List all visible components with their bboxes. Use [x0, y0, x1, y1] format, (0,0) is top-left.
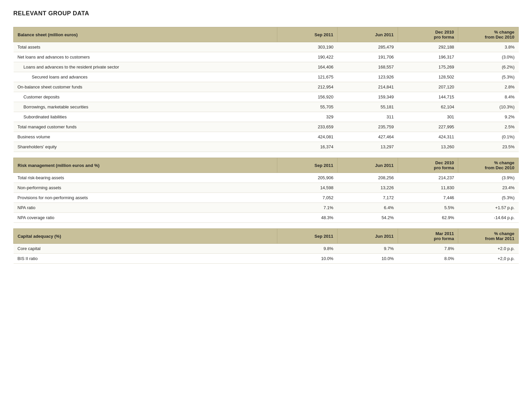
row-change: 8.4%	[458, 92, 519, 102]
row-label: Subordinated liabilities	[14, 112, 277, 122]
row-label: Business volume	[14, 132, 277, 142]
row-jun2011: 13,297	[337, 142, 398, 152]
col-header-label: Balance sheet (million euros)	[14, 27, 277, 42]
table-row: Shareholders' equity 16,374 13,297 13,26…	[14, 142, 519, 152]
row-sep2011: 7.1%	[277, 203, 337, 213]
row-change: 2.8%	[458, 82, 519, 92]
row-label: Total assets	[14, 42, 277, 52]
row-jun2011: 285,479	[337, 42, 398, 52]
row-col3: 292,188	[398, 42, 458, 52]
row-change: 9.2%	[458, 112, 519, 122]
row-sep2011: 156,920	[277, 92, 337, 102]
row-label: Borrowings, marketable securities	[14, 102, 277, 112]
row-change: +1.57 p.p.	[458, 203, 519, 213]
table-row: Secured loans and advances 121,675 123,9…	[14, 72, 519, 82]
row-col3: 13,260	[398, 142, 458, 152]
row-jun2011: 311	[337, 112, 398, 122]
table-row: Business volume 424,081 427,464 424,311 …	[14, 132, 519, 142]
table-row: Provisions for non-performing assets 7,0…	[14, 193, 519, 203]
row-col3: 424,311	[398, 132, 458, 142]
row-label: Customer deposits	[14, 92, 277, 102]
row-jun2011: 168,557	[337, 62, 398, 72]
col-header-sep2011: Sep 2011	[277, 158, 337, 173]
row-jun2011: 235,759	[337, 122, 398, 132]
row-label: On-balance sheet customer funds	[14, 82, 277, 92]
row-label: NPA coverage ratio	[14, 213, 277, 223]
row-col3: 62.9%	[398, 213, 458, 223]
row-sep2011: 424,081	[277, 132, 337, 142]
row-change: (5.3%)	[458, 72, 519, 82]
page-title: RELEVANT GROUP DATA	[13, 10, 519, 17]
row-sep2011: 212,954	[277, 82, 337, 92]
row-change: -14.64 p.p.	[458, 213, 519, 223]
row-change: (6.2%)	[458, 62, 519, 72]
table-row: Loans and advances to the resident priva…	[14, 62, 519, 72]
row-jun2011: 159,349	[337, 92, 398, 102]
row-col3: 144,715	[398, 92, 458, 102]
row-col3: 128,502	[398, 72, 458, 82]
col-header-jun2011: Jun 2011	[337, 229, 398, 244]
col-header-jun2011: Jun 2011	[337, 27, 398, 42]
table-row: Net loans and advances to customers 190,…	[14, 52, 519, 62]
table-row: Total assets 303,190 285,479 292,188 3.8…	[14, 42, 519, 52]
row-col3: 207,120	[398, 82, 458, 92]
table-row: NPA ratio 7.1% 6.4% 5.5% +1.57 p.p.	[14, 203, 519, 213]
row-change: (3.9%)	[458, 173, 519, 183]
row-sep2011: 303,190	[277, 42, 337, 52]
row-jun2011: 427,464	[337, 132, 398, 142]
row-sep2011: 55,705	[277, 102, 337, 112]
row-jun2011: 6.4%	[337, 203, 398, 213]
table-row: Total managed customer funds 233,659 235…	[14, 122, 519, 132]
row-jun2011: 54.2%	[337, 213, 398, 223]
row-label: Loans and advances to the resident priva…	[14, 62, 277, 72]
row-sep2011: 164,406	[277, 62, 337, 72]
col-header-jun2011: Jun 2011	[337, 158, 398, 173]
row-change: 2.5%	[458, 122, 519, 132]
row-col3: 11,830	[398, 183, 458, 193]
row-sep2011: 190,422	[277, 52, 337, 62]
row-change: 23.4%	[458, 183, 519, 193]
row-sep2011: 329	[277, 112, 337, 122]
row-sep2011: 7,052	[277, 193, 337, 203]
row-col3: 7,446	[398, 193, 458, 203]
row-sep2011: 121,675	[277, 72, 337, 82]
row-change: +2,0 p.p.	[458, 254, 519, 264]
row-change: 23.5%	[458, 142, 519, 152]
row-jun2011: 191,706	[337, 52, 398, 62]
col-header-col3: Mar 2011pro forma	[398, 229, 458, 244]
table-row: Non-performing assets 14,598 13,226 11,8…	[14, 183, 519, 193]
row-label: Net loans and advances to customers	[14, 52, 277, 62]
row-jun2011: 55,181	[337, 102, 398, 112]
table-row: Borrowings, marketable securities 55,705…	[14, 102, 519, 112]
col-header-col3: Dec 2010pro forma	[398, 27, 458, 42]
row-col3: 5.5%	[398, 203, 458, 213]
table-row: BIS II ratio 10.0% 10.0% 8.0% +2,0 p.p.	[14, 254, 519, 264]
row-label: NPA ratio	[14, 203, 277, 213]
row-change: (10.3%)	[458, 102, 519, 112]
row-sep2011: 14,598	[277, 183, 337, 193]
row-label: Total managed customer funds	[14, 122, 277, 132]
table-row: Customer deposits 156,920 159,349 144,71…	[14, 92, 519, 102]
table-row: Core capital 9.8% 9.7% 7.8% +2.0 p.p.	[14, 244, 519, 254]
row-jun2011: 9.7%	[337, 244, 398, 254]
row-jun2011: 123,926	[337, 72, 398, 82]
row-col3: 62,104	[398, 102, 458, 112]
table-row: On-balance sheet customer funds 212,954 …	[14, 82, 519, 92]
row-col3: 8.0%	[398, 254, 458, 264]
table-row: Total risk-bearing assets 205,906 208,25…	[14, 173, 519, 183]
col-header-label: Risk management (million euros and %)	[14, 158, 277, 173]
row-col3: 214,237	[398, 173, 458, 183]
row-change: (3.0%)	[458, 52, 519, 62]
row-label: Shareholders' equity	[14, 142, 277, 152]
row-col3: 175,269	[398, 62, 458, 72]
row-change: (5.3%)	[458, 193, 519, 203]
row-sep2011: 233,659	[277, 122, 337, 132]
main-table: Balance sheet (million euros) Sep 2011 J…	[13, 27, 519, 264]
row-col3: 227,995	[398, 122, 458, 132]
row-jun2011: 208,256	[337, 173, 398, 183]
row-sep2011: 48.3%	[277, 213, 337, 223]
row-label: Core capital	[14, 244, 277, 254]
col-header-sep2011: Sep 2011	[277, 229, 337, 244]
col-header-col3: Dec 2010pro forma	[398, 158, 458, 173]
row-change: 3.8%	[458, 42, 519, 52]
